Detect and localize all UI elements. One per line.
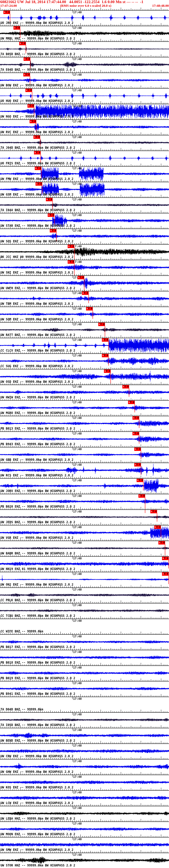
phase-pick-flag[interactable]: ×T 4 xyxy=(78,276,84,279)
phase-pick-flag[interactable]: ×T 4 xyxy=(46,198,53,201)
phase-pick-flag[interactable]: ×T 4 xyxy=(36,182,42,186)
trace-panel[interactable]: 17:48UW STOR HHZ -- 99999.0km BW HIGHPAS… xyxy=(0,852,169,868)
trace-panel[interactable]: 17:48UW HWIW EHZ -- 99999.0km BW HIGHPAS… xyxy=(0,384,169,400)
trace-panel[interactable]: 17:48UW RCS EHZ -- 99999.0km BW HIGHPASS… xyxy=(0,463,169,478)
trace-panel[interactable]: 17:48UW UWFH EHZ -- 99999.0km BW HIGHPAS… xyxy=(0,275,169,291)
trace-panel[interactable]: 17:48UW RATT BHZ -- 99999.0km BW HIGHPAS… xyxy=(0,322,169,338)
trace-panel[interactable]: 17:48UW OSD EHZ -- 99999.0km BW HIGHPASS… xyxy=(0,369,169,384)
phase-pick-flag[interactable]: ×T 4 xyxy=(50,229,56,232)
phase-pick-flag[interactable]: ×T 4 xyxy=(24,58,30,61)
trace-panel[interactable]: 17:48UW SQM EHZ -- 99999.0km BW HIGHPASS… xyxy=(0,307,169,322)
trace-panel[interactable]: 17:48UW SNI EHZ -- 99999.0km BW HIGHPASS… xyxy=(0,260,169,275)
trace-panel[interactable]: 17:48CC TCBU BHZ -- 99999.0km BW HIGHPAS… xyxy=(0,603,169,619)
phase-pick-flag[interactable]: ×T 4 xyxy=(34,151,41,154)
phase-pick-flag[interactable]: ×T 4 xyxy=(86,307,93,310)
trace-panel[interactable]: 17:48UW NN19 EHZ 01 99999.0km BW HIGHPAS… xyxy=(0,556,169,572)
trace-panel[interactable]: 17:48UW ON2 EHZ -- 99999.0km BW HIGHPASS… xyxy=(0,572,169,587)
trace-panel[interactable]: 17:48TA D04D BHZ -- 99999.0km xyxy=(0,696,169,712)
trace-panel[interactable]: 17:48UO JRO EHZ -- 99999.0km BW HIGHPASS… xyxy=(0,10,169,26)
phase-pick-flag[interactable]: ×T 4 xyxy=(158,541,165,545)
trace-panel[interactable]: 17:48UW GBB EHZ -- 99999.0km BW HIGHPASS… xyxy=(0,447,169,463)
phase-pick-flag[interactable]: ×T 4 xyxy=(48,214,54,217)
phase-pick-flag[interactable]: ×T 4 xyxy=(19,42,26,45)
trace-panel[interactable]: 17:48UW JEDS BHZ -- 99999.0km BW HIGHPAS… xyxy=(0,509,169,525)
phase-pick-flag[interactable]: ×T 4 xyxy=(137,479,143,482)
minute-label: 17:48 xyxy=(73,760,82,763)
phase-pick-flag[interactable]: ×T 4 xyxy=(128,401,135,404)
trace-panel[interactable]: 17:48CC CLCV EHZ -- 99999.0km BW HIGHPAS… xyxy=(0,338,169,353)
trace-panel[interactable]: 17:48BK JCC HHZ 00 99999.0km BW HIGHPASS… xyxy=(0,244,169,260)
trace-panel[interactable]: 17:48UW GSM EHZ -- 99999.0km BW HIGHPASS… xyxy=(0,182,169,197)
phase-pick-flag[interactable]: ×T 4 xyxy=(34,135,40,139)
phase-pick-flag[interactable]: ×T 4 xyxy=(162,557,169,560)
trace-panel[interactable]: 17:48UW LCW EHZ -- 99999.0km BW HIGHPASS… xyxy=(0,790,169,806)
station-label: CC TCBU BHZ -- 99999.0km BW HIGHPASS 2.0… xyxy=(1,614,75,618)
phase-pick-flag[interactable]: ×T 4 xyxy=(68,245,74,248)
phase-pick-flag[interactable]: ×T 4 xyxy=(122,385,129,389)
trace-panel[interactable]: 17:48UW CRW EHZ -- 99999.0km BW HIGHPASS… xyxy=(0,743,169,759)
phase-pick-flag[interactable]: ×T 4 xyxy=(28,104,34,107)
phase-pick-flag[interactable]: ×T 4 xyxy=(104,370,111,373)
trace-panel[interactable]: 17:48UW SQS EHZ -- 99999.0km BW HIGHPASS… xyxy=(0,228,169,244)
trace-panel[interactable]: 17:48UW JORV EHZ -- 99999.0km BW HIGHPAS… xyxy=(0,478,169,494)
phase-pick-flag[interactable]: ×T 4 xyxy=(13,26,20,30)
phase-pick-flag[interactable]: ×T 4 xyxy=(138,494,145,498)
phase-pick-flag[interactable]: ×T 4 xyxy=(68,260,74,264)
trace-panel[interactable]: 17:48PB B941 EHZ -- 99999.0km BW HIGHPAS… xyxy=(0,681,169,696)
trace-panel[interactable]: 17:48UO HUO EHZ -- 99999.0km BW HIGHPASS… xyxy=(0,88,169,104)
phase-pick-flag[interactable]: ×T 4 xyxy=(102,338,109,342)
trace-panel[interactable]: 17:48PB B018 EHZ -- 99999.0km BW HIGHPAS… xyxy=(0,650,169,665)
trace-panel[interactable]: 17:48CC SUG EHZ -- 99999.0km BW HIGHPASS… xyxy=(0,353,169,369)
phase-pick-flag[interactable]: ×T 4 xyxy=(30,120,36,123)
trace-panel[interactable]: 17:48UW FMW EHZ -- 99999.0km BW HIGHPASS… xyxy=(0,166,169,182)
station-label: UW MOON EHZ -- 99999.0km BW HIGHPASS 2.0… xyxy=(1,832,75,836)
trace-panel[interactable]: 17:48UW TBM EHZ -- 99999.0km BW HIGHPASS… xyxy=(0,291,169,307)
trace-panel[interactable]: 17:48CC WIFE BHZ -- 99999.0km xyxy=(0,619,169,634)
phase-pick-flag[interactable]: ×T 4 xyxy=(132,416,139,420)
phase-pick-flag[interactable]: ×T 4 xyxy=(162,572,169,576)
trace-panel[interactable]: 17:48TA E04D BHZ -- 99999.0km BW HIGHPAS… xyxy=(0,57,169,72)
trace-panel[interactable]: 17:48UW BABR BHZ -- 99999.0km BW HIGHPAS… xyxy=(0,540,169,556)
trace-panel[interactable]: 17:48TA I05D BHZ -- 99999.0km BW HIGHPAS… xyxy=(0,712,169,728)
phase-pick-flag[interactable]: ×T 4 xyxy=(134,463,141,466)
trace-panel[interactable]: 17:48UO FRIS EHZ -- 99999.0km BW HIGHPAS… xyxy=(0,151,169,166)
trace-panel[interactable]: 17:48UW RVC EHZ -- 99999.0km BW HIGHPASS… xyxy=(0,119,169,135)
trace-panel[interactable]: 17:48TA B05D BHZ -- 99999.0km BW HIGHPAS… xyxy=(0,41,169,57)
trace-panel[interactable]: 17:48UW MGRO EHZ -- 99999.0km BW HIGHPAS… xyxy=(0,400,169,416)
minute-label: 17:48 xyxy=(73,775,82,779)
phase-pick-flag[interactable]: ×T 4 xyxy=(82,291,89,295)
phase-pick-flag[interactable]: ×T 4 xyxy=(102,354,109,357)
trace-panel[interactable]: 17:48TA I04A BHZ -- 99999.0km BW HIGHPAS… xyxy=(0,197,169,213)
phase-pick-flag[interactable]: ×T 4 xyxy=(3,11,10,14)
pick-phase-label: T 4 xyxy=(32,120,36,123)
trace-panel[interactable]: 17:48UW SMW EHZ -- 99999.0km BW HIGHPASS… xyxy=(0,837,169,852)
trace-panel[interactable]: 17:48UW BEND EHZ -- 99999.0km BW HIGHPAS… xyxy=(0,728,169,743)
trace-panel[interactable]: 17:48PB B017 EHZ -- 99999.0km BW HIGHPAS… xyxy=(0,634,169,650)
phase-pick-flag[interactable]: ×T 4 xyxy=(150,510,157,513)
trace-panel[interactable]: 17:48UW BOW EHZ -- 99999.0km BW HIGHPASS… xyxy=(0,72,169,88)
trace-panel[interactable]: 17:48PB B013 EHZ -- 99999.0km BW HIGHPAS… xyxy=(0,416,169,431)
phase-pick-flag[interactable]: ×T 4 xyxy=(26,89,32,92)
phase-pick-flag[interactable]: ×T 4 xyxy=(23,73,30,76)
minute-label: 17:48 xyxy=(73,791,82,794)
phase-pick-flag[interactable]: ×T 4 xyxy=(132,432,139,435)
trace-panel[interactable]: 17:48UW NGO EHZ -- 99999.0km BW HIGHPASS… xyxy=(0,104,169,119)
trace-panel[interactable]: 17:48UW LEBA HHZ -- 99999.0km BW HIGHPAS… xyxy=(0,806,169,822)
minute-label: 17:48 xyxy=(73,182,82,186)
minute-label: 17:48 xyxy=(73,526,82,529)
trace-panel[interactable]: 17:48PB B019 EHZ -- 99999.0km BW HIGHPAS… xyxy=(0,665,169,681)
phase-pick-flag[interactable]: ×T 4 xyxy=(98,323,105,326)
trace-panel[interactable]: 17:48UW MRBL HHZ -- 99999.0km BW HIGHPAS… xyxy=(0,26,169,41)
trace-panel[interactable]: 17:48CC PRLK BHZ -- 99999.0km BW HIGHPAS… xyxy=(0,587,169,603)
trace-panel[interactable]: 17:48PB B943 EHZ -- 99999.0km BW HIGHPAS… xyxy=(0,431,169,447)
trace-panel[interactable]: 17:48PB B020 EHZ -- 99999.0km BW HIGHPAS… xyxy=(0,494,169,509)
trace-panel[interactable]: 17:48UW GHW EHZ -- 99999.0km BW HIGHPASS… xyxy=(0,759,169,775)
trace-panel[interactable]: 17:48UW STAR EHZ -- 99999.0km BW HIGHPAS… xyxy=(0,213,169,228)
phase-pick-flag[interactable]: ×T 4 xyxy=(134,447,141,451)
phase-pick-flag[interactable]: ×T 4 xyxy=(154,526,161,529)
trace-panel[interactable]: 17:48TA J04D BHZ -- 99999.0km BW HIGHPAS… xyxy=(0,135,169,151)
trace-panel[interactable]: 17:48UW VGR EHZ -- 99999.0km BW HIGHPASS… xyxy=(0,525,169,540)
trace-panel[interactable]: 17:48UW KOS EHZ -- 99999.0km BW HIGHPASS… xyxy=(0,775,169,790)
phase-pick-flag[interactable]: ×T 4 xyxy=(35,167,41,170)
trace-panel[interactable]: 17:48UW MOON EHZ -- 99999.0km BW HIGHPAS… xyxy=(0,822,169,837)
